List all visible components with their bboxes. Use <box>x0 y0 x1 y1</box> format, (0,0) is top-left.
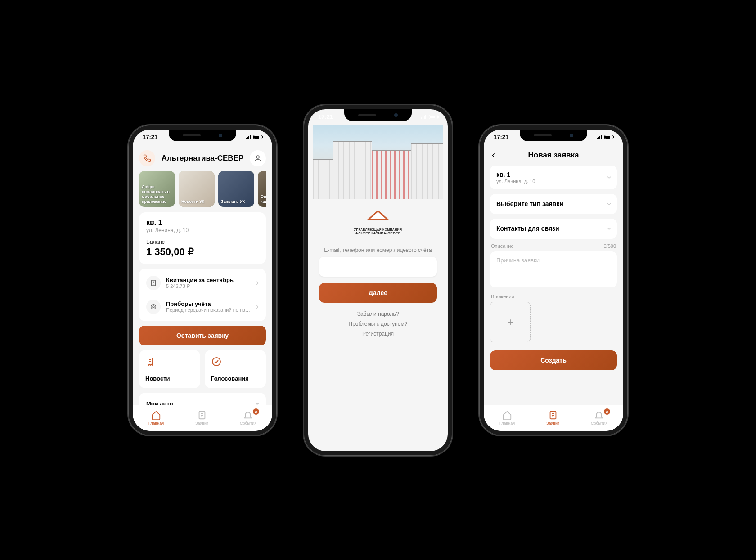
chevron-down-icon: › <box>605 176 614 179</box>
notch <box>520 130 587 141</box>
description-label: Описание <box>491 243 514 249</box>
forgot-password-link[interactable]: Забыли пароль? <box>319 311 437 317</box>
hero-image <box>313 125 443 199</box>
story-card[interactable]: Онл квит <box>258 171 266 207</box>
chevron-down-icon: › <box>605 227 614 230</box>
events-badge: 2 <box>604 408 610 415</box>
chevron-down-icon: › <box>253 402 262 405</box>
events-badge: 2 <box>253 408 259 415</box>
svg-point-2 <box>151 304 156 309</box>
register-link[interactable]: Регистрация <box>319 331 437 337</box>
account-card: кв. 1 ул. Ленина, д. 10 Баланс 1 350,00 … <box>139 212 266 264</box>
tab-events[interactable]: События 2 <box>591 410 608 426</box>
call-button[interactable] <box>139 150 155 166</box>
invoice-row[interactable]: Квитанция за сентябрь5 242.73 ₽ › <box>146 271 259 295</box>
story-card[interactable]: Новости УК <box>179 171 215 207</box>
tab-events[interactable]: События 2 <box>240 410 256 426</box>
votes-card[interactable]: Голосования <box>205 350 266 388</box>
description-textarea[interactable]: Причина заявки <box>490 251 617 287</box>
notch <box>169 130 236 141</box>
tab-requests[interactable]: Заявки <box>195 410 208 426</box>
phone-icon <box>143 154 151 162</box>
status-time: 17:21 <box>494 134 508 140</box>
description-counter: 0/500 <box>603 243 616 249</box>
story-card[interactable]: Заявки в УК <box>218 171 254 207</box>
apartment-address: ул. Ленина, д. 10 <box>146 227 259 233</box>
next-button[interactable]: Далее <box>319 283 437 303</box>
apartment-title: кв. 1 <box>146 219 259 227</box>
meter-icon <box>150 303 157 310</box>
status-time: 17:21 <box>318 113 333 120</box>
company-logo: УПРАВЛЯЮЩАЯ КОМПАНИЯ АЛЬТЕРНАТИВА-СЕВЕР <box>319 199 437 239</box>
back-button[interactable]: ‹ <box>492 149 504 161</box>
phone-home: 17:21 Альтернатива-СЕВЕР Добро пож <box>128 125 277 435</box>
chevron-right-icon: › <box>256 302 259 311</box>
chevron-right-icon: › <box>256 278 259 287</box>
bell-icon <box>594 410 604 420</box>
app-title: Альтернатива-СЕВЕР <box>162 154 244 163</box>
shortcuts-card: Квитанция за сентябрь5 242.73 ₽ › Прибор… <box>139 269 266 321</box>
document-icon <box>197 410 207 420</box>
add-attachment-button[interactable]: + <box>490 302 531 342</box>
contacts-selector[interactable]: Контакты для связи › <box>490 219 617 239</box>
home-icon <box>151 410 161 420</box>
tab-home[interactable]: Главная <box>148 410 164 426</box>
signal-icon <box>246 135 251 139</box>
create-button[interactable]: Создать <box>490 350 617 370</box>
stories-row[interactable]: Добро пожаловать в мобильное приложение … <box>139 171 266 207</box>
svg-point-3 <box>153 306 154 308</box>
status-time: 17:21 <box>143 134 158 140</box>
page-title: Новая заявка <box>504 151 603 160</box>
receipt-icon <box>150 279 157 287</box>
document-icon <box>548 410 558 420</box>
tab-requests[interactable]: Заявки <box>546 410 559 426</box>
user-icon <box>254 154 262 162</box>
meters-row[interactable]: Приборы учётаПериод передачи показаний н… <box>146 295 259 318</box>
tab-home[interactable]: Главная <box>500 410 515 426</box>
access-problems-link[interactable]: Проблемы с доступом? <box>319 321 437 327</box>
profile-button[interactable] <box>250 150 266 166</box>
notch <box>344 109 412 121</box>
home-icon <box>502 410 512 420</box>
bell-icon <box>243 410 253 420</box>
battery-icon <box>253 135 262 139</box>
chevron-down-icon: › <box>605 202 614 205</box>
balance-value: 1 350,00 ₽ <box>146 246 259 258</box>
balance-label: Баланс <box>146 239 259 245</box>
news-icon <box>145 356 156 367</box>
news-card[interactable]: Новости <box>139 350 200 388</box>
svg-point-4 <box>212 358 220 366</box>
login-input[interactable] <box>319 257 437 277</box>
battery-icon <box>604 135 613 139</box>
story-card[interactable]: Добро пожаловать в мобильное приложение <box>139 171 175 207</box>
svg-point-0 <box>256 156 259 158</box>
request-type-selector[interactable]: Выберите тип заявки › <box>490 194 617 214</box>
apartment-selector[interactable]: кв. 1 ул. Ленина, д. 10 › <box>490 166 617 189</box>
request-button[interactable]: Оставить заявку <box>139 326 266 345</box>
cars-card[interactable]: Мои авто › <box>139 393 266 405</box>
check-icon <box>211 356 222 367</box>
phone-new-request: 17:21 ‹ Новая заявка кв. 1 ул. Ленина, д… <box>479 125 628 435</box>
signal-icon <box>421 115 426 119</box>
tab-bar: Главная Заявки События 2 <box>484 405 623 431</box>
login-label: E-mail, телефон или номер лицевого счёта <box>319 247 437 253</box>
signal-icon <box>597 135 602 139</box>
battery-icon <box>429 115 438 119</box>
attachments-label: Вложения <box>491 294 514 299</box>
tab-bar: Главная Заявки События 2 <box>133 405 272 431</box>
phone-login: 17:21 УПРАВЛЯЮЩАЯ КОМПАНИЯ <box>304 105 452 456</box>
